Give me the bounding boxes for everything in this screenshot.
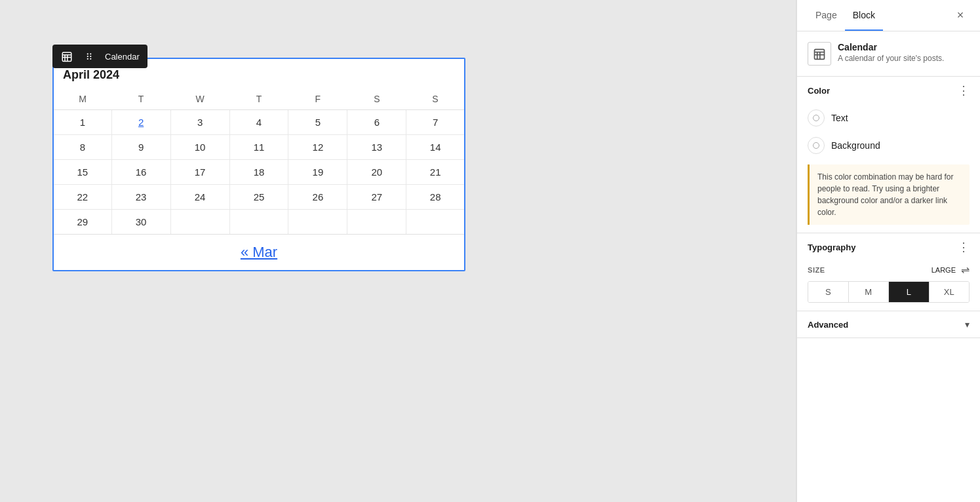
typography-section: Typography ⋮ SIZE LARGE ⇌ S M L XL [797, 233, 980, 311]
color-warning: This color combination may be hard for p… [808, 164, 970, 225]
table-row: 891011121314 [54, 135, 464, 160]
calendar-cell: 7 [406, 110, 464, 135]
calendar-cell: 15 [54, 160, 111, 185]
canvas-area: Calendar April 2024 MTWTFSS 123456789101… [0, 0, 796, 502]
size-l-button[interactable]: L [889, 282, 930, 302]
size-xl-button[interactable]: XL [930, 282, 970, 302]
calendar-cell: 19 [288, 160, 347, 185]
calendar-body: 1234567891011121314151617181920212223242… [54, 110, 464, 235]
table-row: 15161718192021 [54, 160, 464, 185]
sidebar-header: Page Block × [797, 0, 980, 31]
color-section-title: Color [808, 86, 830, 96]
calendar-cell: 30 [111, 210, 170, 235]
advanced-section: Advanced ▾ [797, 311, 980, 338]
calendar-cell: 18 [229, 160, 288, 185]
tab-page[interactable]: Page [808, 1, 845, 31]
size-label: SIZE [808, 266, 926, 274]
chevron-down-icon[interactable]: ▾ [965, 319, 970, 330]
svg-point-7 [87, 56, 88, 57]
block-type-icon [808, 42, 831, 66]
calendar-cell: 17 [170, 160, 229, 185]
toolbar-label: Calendar [102, 52, 142, 62]
calendar-cell: 21 [406, 160, 464, 185]
calendar-day-header: T [111, 88, 170, 110]
svg-point-6 [90, 53, 91, 54]
table-row: 1234567 [54, 110, 464, 135]
right-sidebar: Page Block × Calendar A calendar of your… [796, 0, 980, 502]
calendar-cell: 25 [229, 185, 288, 210]
calendar-header-row: MTWTFSS [54, 88, 464, 110]
typography-section-header[interactable]: Typography ⋮ [797, 233, 980, 261]
calendar-cell: 11 [229, 135, 288, 160]
advanced-title: Advanced [808, 320, 848, 330]
color-section: Color ⋮ Text Background This color combi… [797, 77, 980, 233]
calendar-cell: 12 [288, 135, 347, 160]
svg-point-10 [90, 58, 91, 60]
svg-point-5 [87, 53, 88, 54]
calendar-table: MTWTFSS 12345678910111213141516171819202… [54, 88, 464, 234]
calendar-day-header: M [54, 88, 111, 110]
calendar-widget: April 2024 MTWTFSS 123456789101112131415… [52, 58, 465, 271]
size-row: SIZE LARGE ⇌ [797, 261, 980, 281]
color-background-option[interactable]: Background [797, 132, 980, 159]
block-icon-btn[interactable] [58, 47, 76, 66]
calendar-cell [170, 210, 229, 235]
color-text-option[interactable]: Text [797, 104, 980, 132]
typography-section-title: Typography [808, 242, 855, 252]
close-button[interactable]: × [951, 7, 970, 25]
drag-handle-icon[interactable] [80, 47, 98, 66]
calendar-cell [406, 210, 464, 235]
calendar-cell [347, 210, 406, 235]
tab-block[interactable]: Block [845, 1, 883, 31]
block-info: Calendar A calendar of your site's posts… [797, 31, 980, 77]
calendar-prev-nav[interactable]: « Mar [241, 244, 277, 260]
svg-point-8 [90, 56, 91, 57]
block-title: Calendar [838, 42, 944, 52]
background-color-inner [813, 142, 819, 149]
block-description: A calendar of your site's posts. [838, 54, 944, 63]
size-s-button[interactable]: S [808, 282, 849, 302]
block-info-text: Calendar A calendar of your site's posts… [838, 42, 944, 63]
color-section-header[interactable]: Color ⋮ [797, 77, 980, 104]
calendar-day-header: T [229, 88, 288, 110]
table-row: 22232425262728 [54, 185, 464, 210]
calendar-cell: 27 [347, 185, 406, 210]
calendar-day-header: W [170, 88, 229, 110]
background-color-circle [808, 137, 825, 154]
color-more-icon[interactable]: ⋮ [958, 85, 970, 96]
block-toolbar: Calendar [52, 45, 147, 68]
text-color-circle [808, 109, 825, 126]
calendar-nav[interactable]: « Mar [54, 234, 464, 270]
size-controls-icon[interactable]: ⇌ [961, 263, 970, 276]
calendar-cell: 24 [170, 185, 229, 210]
calendar-day-header: F [288, 88, 347, 110]
calendar-cell: 1 [54, 110, 111, 135]
calendar-cell: 9 [111, 135, 170, 160]
calendar-cell: 4 [229, 110, 288, 135]
calendar-cell: 3 [170, 110, 229, 135]
calendar-cell: 6 [347, 110, 406, 135]
calendar-cell: 20 [347, 160, 406, 185]
size-value: LARGE [931, 266, 956, 274]
calendar-cell: 22 [54, 185, 111, 210]
calendar-day-header: S [406, 88, 464, 110]
calendar-cell: 16 [111, 160, 170, 185]
size-buttons: S M L XL [808, 281, 970, 303]
calendar-cell: 13 [347, 135, 406, 160]
calendar-day-header: S [347, 88, 406, 110]
table-row: 2930 [54, 210, 464, 235]
calendar-cell: 8 [54, 135, 111, 160]
calendar-cell: 29 [54, 210, 111, 235]
size-m-button[interactable]: M [849, 282, 890, 302]
calendar-cell: 5 [288, 110, 347, 135]
calendar-cell[interactable]: 2 [111, 110, 170, 135]
text-color-label: Text [831, 113, 848, 123]
calendar-cell: 26 [288, 185, 347, 210]
typography-more-icon[interactable]: ⋮ [958, 241, 970, 253]
advanced-section-header[interactable]: Advanced ▾ [797, 311, 980, 338]
calendar-cell: 28 [406, 185, 464, 210]
calendar-cell: 10 [170, 135, 229, 160]
svg-point-9 [87, 58, 88, 60]
calendar-cell [229, 210, 288, 235]
calendar-cell [288, 210, 347, 235]
